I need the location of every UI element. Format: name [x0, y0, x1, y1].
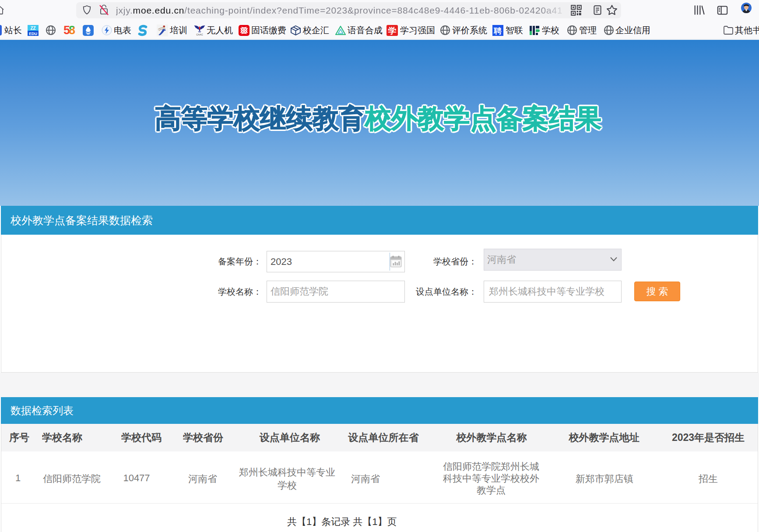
svg-text:EDU: EDU	[29, 32, 37, 36]
svg-text:聘: 聘	[493, 27, 502, 35]
svg-text:ZZ: ZZ	[30, 26, 35, 31]
svg-text:8: 8	[69, 24, 75, 36]
svg-text:CAAC: CAAC	[196, 33, 203, 36]
svg-text:学: 学	[388, 26, 397, 35]
